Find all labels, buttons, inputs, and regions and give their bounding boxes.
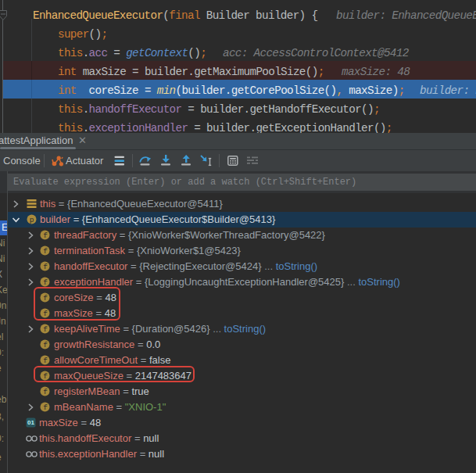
svg-text:f: f	[43, 231, 48, 240]
svg-text:f: f	[43, 247, 48, 256]
svg-text:f: f	[43, 325, 48, 334]
svg-text:f: f	[43, 341, 48, 349]
svg-text:01: 01	[27, 419, 34, 426]
svg-text:f: f	[43, 357, 48, 365]
svg-text:f: f	[43, 278, 48, 287]
svg-text:p: p	[30, 216, 34, 224]
svg-text:f: f	[43, 388, 48, 396]
svg-text:f: f	[43, 403, 48, 412]
svg-text:f: f	[43, 263, 48, 271]
